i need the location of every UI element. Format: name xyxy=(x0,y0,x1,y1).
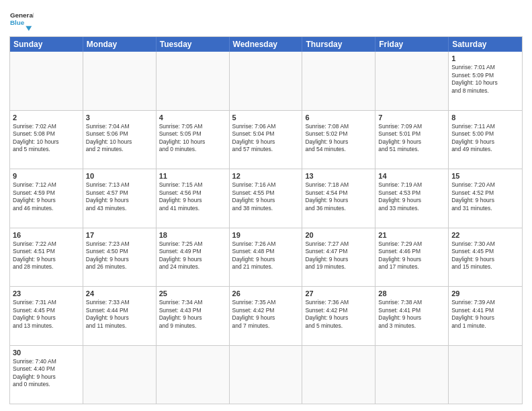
cal-header-cell: Saturday xyxy=(449,37,522,52)
calendar-day-cell xyxy=(83,52,157,110)
day-info: Sunrise: 7:12 AM Sunset: 4:59 PM Dayligh… xyxy=(13,181,80,212)
day-info: Sunrise: 7:27 AM Sunset: 4:47 PM Dayligh… xyxy=(305,240,372,271)
day-number: 20 xyxy=(305,230,372,240)
day-number: 8 xyxy=(451,113,519,122)
calendar-day-cell: 4Sunrise: 7:05 AM Sunset: 5:05 PM Daylig… xyxy=(157,111,230,169)
calendar-day-cell: 7Sunrise: 7:09 AM Sunset: 5:01 PM Daylig… xyxy=(375,111,449,169)
day-number: 25 xyxy=(159,289,226,298)
day-number: 7 xyxy=(378,113,445,122)
calendar-day-cell: 5Sunrise: 7:06 AM Sunset: 5:04 PM Daylig… xyxy=(230,111,303,169)
calendar-day-cell: 12Sunrise: 7:16 AM Sunset: 4:55 PM Dayli… xyxy=(230,169,303,228)
calendar-day-cell: 28Sunrise: 7:38 AM Sunset: 4:41 PM Dayli… xyxy=(375,287,449,345)
day-number: 11 xyxy=(159,171,226,181)
calendar-day-cell xyxy=(302,346,375,404)
day-number: 29 xyxy=(451,289,519,298)
day-info: Sunrise: 7:34 AM Sunset: 4:43 PM Dayligh… xyxy=(159,299,226,330)
cal-header-cell: Sunday xyxy=(10,37,83,52)
day-number: 16 xyxy=(13,230,80,240)
day-number: 26 xyxy=(232,289,300,298)
day-info: Sunrise: 7:31 AM Sunset: 4:45 PM Dayligh… xyxy=(13,299,80,330)
calendar-day-cell: 2Sunrise: 7:02 AM Sunset: 5:08 PM Daylig… xyxy=(10,111,83,169)
svg-marker-2 xyxy=(26,26,32,31)
day-number: 2 xyxy=(13,113,80,122)
day-info: Sunrise: 7:40 AM Sunset: 4:40 PM Dayligh… xyxy=(13,358,80,389)
calendar-day-cell xyxy=(10,52,83,110)
svg-text:Blue: Blue xyxy=(10,19,25,26)
day-info: Sunrise: 7:33 AM Sunset: 4:44 PM Dayligh… xyxy=(86,299,153,330)
calendar-day-cell: 30Sunrise: 7:40 AM Sunset: 4:40 PM Dayli… xyxy=(10,346,83,404)
calendar-day-cell: 20Sunrise: 7:27 AM Sunset: 4:47 PM Dayli… xyxy=(302,228,375,287)
day-info: Sunrise: 7:23 AM Sunset: 4:50 PM Dayligh… xyxy=(86,240,153,271)
calendar-day-cell: 11Sunrise: 7:15 AM Sunset: 4:56 PM Dayli… xyxy=(157,169,230,228)
day-number: 4 xyxy=(159,113,226,122)
calendar-day-cell: 3Sunrise: 7:04 AM Sunset: 5:06 PM Daylig… xyxy=(83,111,157,169)
day-info: Sunrise: 7:13 AM Sunset: 4:57 PM Dayligh… xyxy=(86,181,153,212)
day-info: Sunrise: 7:29 AM Sunset: 4:46 PM Dayligh… xyxy=(378,240,445,271)
calendar-week-row: 16Sunrise: 7:22 AM Sunset: 4:51 PM Dayli… xyxy=(10,228,522,287)
day-number: 14 xyxy=(378,171,445,181)
calendar-day-cell: 23Sunrise: 7:31 AM Sunset: 4:45 PM Dayli… xyxy=(10,287,83,345)
day-number: 13 xyxy=(305,171,372,181)
calendar-day-cell: 1Sunrise: 7:01 AM Sunset: 5:09 PM Daylig… xyxy=(449,52,522,110)
calendar-day-cell: 27Sunrise: 7:36 AM Sunset: 4:42 PM Dayli… xyxy=(302,287,375,345)
day-number: 5 xyxy=(232,113,300,122)
day-info: Sunrise: 7:35 AM Sunset: 4:42 PM Dayligh… xyxy=(232,299,300,330)
day-number: 17 xyxy=(86,230,153,240)
calendar-day-cell: 16Sunrise: 7:22 AM Sunset: 4:51 PM Dayli… xyxy=(10,228,83,287)
cal-header-cell: Wednesday xyxy=(230,37,303,52)
day-number: 10 xyxy=(86,171,153,181)
calendar: SundayMondayTuesdayWednesdayThursdayFrid… xyxy=(9,36,523,404)
cal-header-cell: Friday xyxy=(375,37,449,52)
day-info: Sunrise: 7:36 AM Sunset: 4:42 PM Dayligh… xyxy=(305,299,372,330)
calendar-day-cell: 19Sunrise: 7:26 AM Sunset: 4:48 PM Dayli… xyxy=(230,228,303,287)
calendar-week-row: 2Sunrise: 7:02 AM Sunset: 5:08 PM Daylig… xyxy=(10,111,522,170)
header: General Blue xyxy=(9,7,523,31)
calendar-day-cell: 14Sunrise: 7:19 AM Sunset: 4:53 PM Dayli… xyxy=(375,169,449,228)
calendar-header: SundayMondayTuesdayWednesdayThursdayFrid… xyxy=(10,37,522,52)
day-info: Sunrise: 7:39 AM Sunset: 4:41 PM Dayligh… xyxy=(451,299,519,330)
cal-header-cell: Monday xyxy=(83,37,157,52)
day-info: Sunrise: 7:01 AM Sunset: 5:09 PM Dayligh… xyxy=(451,64,519,95)
day-info: Sunrise: 7:02 AM Sunset: 5:08 PM Dayligh… xyxy=(13,123,80,154)
day-number: 15 xyxy=(451,171,519,181)
day-number: 1 xyxy=(451,54,519,63)
logo-icon: General Blue xyxy=(9,7,34,31)
calendar-day-cell: 10Sunrise: 7:13 AM Sunset: 4:57 PM Dayli… xyxy=(83,169,157,228)
calendar-day-cell: 9Sunrise: 7:12 AM Sunset: 4:59 PM Daylig… xyxy=(10,169,83,228)
calendar-day-cell xyxy=(375,346,449,404)
logo: General Blue xyxy=(9,7,34,31)
day-number: 23 xyxy=(13,289,80,298)
day-info: Sunrise: 7:09 AM Sunset: 5:01 PM Dayligh… xyxy=(378,123,445,154)
calendar-day-cell: 13Sunrise: 7:18 AM Sunset: 4:54 PM Dayli… xyxy=(302,169,375,228)
calendar-day-cell xyxy=(83,346,157,404)
calendar-day-cell: 8Sunrise: 7:11 AM Sunset: 5:00 PM Daylig… xyxy=(449,111,522,169)
cal-header-cell: Tuesday xyxy=(157,37,230,52)
calendar-day-cell: 6Sunrise: 7:08 AM Sunset: 5:02 PM Daylig… xyxy=(302,111,375,169)
calendar-day-cell: 29Sunrise: 7:39 AM Sunset: 4:41 PM Dayli… xyxy=(449,287,522,345)
day-number: 30 xyxy=(13,348,80,357)
day-number: 6 xyxy=(305,113,372,122)
day-info: Sunrise: 7:26 AM Sunset: 4:48 PM Dayligh… xyxy=(232,240,300,271)
day-info: Sunrise: 7:11 AM Sunset: 5:00 PM Dayligh… xyxy=(451,123,519,154)
calendar-day-cell: 25Sunrise: 7:34 AM Sunset: 4:43 PM Dayli… xyxy=(157,287,230,345)
calendar-day-cell: 18Sunrise: 7:25 AM Sunset: 4:49 PM Dayli… xyxy=(157,228,230,287)
day-number: 21 xyxy=(378,230,445,240)
day-info: Sunrise: 7:38 AM Sunset: 4:41 PM Dayligh… xyxy=(378,299,445,330)
day-number: 3 xyxy=(86,113,153,122)
day-info: Sunrise: 7:18 AM Sunset: 4:54 PM Dayligh… xyxy=(305,181,372,212)
day-info: Sunrise: 7:25 AM Sunset: 4:49 PM Dayligh… xyxy=(159,240,226,271)
cal-header-cell: Thursday xyxy=(302,37,375,52)
day-info: Sunrise: 7:20 AM Sunset: 4:52 PM Dayligh… xyxy=(451,181,519,212)
calendar-day-cell xyxy=(157,52,230,110)
calendar-day-cell: 26Sunrise: 7:35 AM Sunset: 4:42 PM Dayli… xyxy=(230,287,303,345)
day-number: 18 xyxy=(159,230,226,240)
day-number: 19 xyxy=(232,230,300,240)
page: General Blue SundayMondayTuesdayWednesda… xyxy=(0,0,532,411)
day-number: 12 xyxy=(232,171,300,181)
calendar-week-row: 1Sunrise: 7:01 AM Sunset: 5:09 PM Daylig… xyxy=(10,52,522,111)
day-number: 27 xyxy=(305,289,372,298)
calendar-day-cell xyxy=(302,52,375,110)
calendar-day-cell xyxy=(375,52,449,110)
day-number: 22 xyxy=(451,230,519,240)
day-info: Sunrise: 7:19 AM Sunset: 4:53 PM Dayligh… xyxy=(378,181,445,212)
